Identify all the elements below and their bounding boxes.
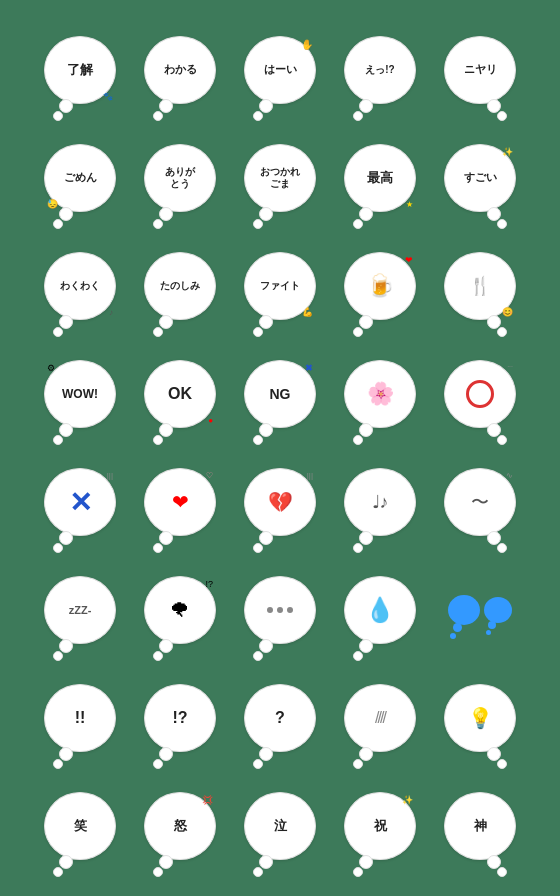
- decoration: ∿: [506, 471, 513, 480]
- emoji-cell[interactable]: ////: [330, 664, 430, 772]
- bubble-label: たのしみ: [160, 280, 200, 292]
- decoration: 💪: [302, 307, 313, 317]
- emoji-cell[interactable]: ?: [230, 664, 330, 772]
- decoration: ⚙: [47, 363, 55, 373]
- wow-label: WOW!: [62, 387, 98, 401]
- bubble-label: おつかれ ごま: [260, 166, 300, 190]
- music-icon: ♩♪: [372, 491, 389, 513]
- emoji-cell[interactable]: ありが とう: [130, 124, 230, 232]
- emoji-cell[interactable]: 〜 ∿: [430, 448, 530, 556]
- decoration: ♪: [109, 308, 113, 317]
- wave-icon: 〜: [471, 490, 489, 514]
- emoji-cell[interactable]: はーい ✋: [230, 16, 330, 124]
- slash-icon: ////: [375, 709, 385, 727]
- bubble-label: えっ!?: [365, 64, 394, 76]
- emoji-cell[interactable]: 了解 🐾: [30, 16, 130, 124]
- decoration: ★: [406, 200, 413, 209]
- emoji-cell[interactable]: 祝 ✨: [330, 772, 430, 880]
- decoration: |||: [107, 471, 113, 480]
- bubble-label: わかる: [164, 63, 197, 76]
- emoji-cell[interactable]: 🍴 😊: [430, 232, 530, 340]
- emoji-cell[interactable]: 笑: [30, 772, 130, 880]
- fork-icon: 🍴: [469, 275, 491, 297]
- ng-label: NG: [270, 386, 291, 402]
- beer-icon: 🍺: [367, 273, 394, 299]
- bubble-label: 笑: [74, 818, 87, 834]
- bubble-label: ありが とう: [165, 166, 195, 190]
- bubble-label: 神: [474, 818, 487, 834]
- emoji-cell[interactable]: わかる: [130, 16, 230, 124]
- emoji-cell[interactable]: zZZ-: [30, 556, 130, 664]
- emoji-cell[interactable]: 怒 💢: [130, 772, 230, 880]
- emoji-cell[interactable]: 💧: [330, 556, 430, 664]
- emoji-cell[interactable]: おつかれ ごま: [230, 124, 330, 232]
- emoji-cell[interactable]: ♩♪: [330, 448, 430, 556]
- decoration: 💢: [202, 795, 213, 805]
- emoji-cell[interactable]: わくわく ♪: [30, 232, 130, 340]
- bubble-label: 了解: [67, 62, 93, 78]
- three-dots: [267, 607, 293, 613]
- emoji-cell[interactable]: WOW! ⚙: [30, 340, 130, 448]
- emoji-cell[interactable]: ✕ |||: [30, 448, 130, 556]
- emoji-cell[interactable]: えっ!?: [330, 16, 430, 124]
- exclaim-question-label: !?: [172, 709, 187, 727]
- x-icon: ✕: [69, 486, 92, 519]
- bubble-label: 最高: [367, 170, 393, 186]
- decoration: ✖: [305, 363, 313, 373]
- exclaim-label: !!: [75, 709, 86, 727]
- emoji-cell[interactable]: ···: [430, 340, 530, 448]
- decoration: |||: [307, 471, 313, 480]
- bubble-label: 祝: [374, 818, 387, 834]
- emoji-cell[interactable]: 🌪 !?: [130, 556, 230, 664]
- circle-icon: [466, 380, 494, 408]
- decoration: !?: [205, 579, 213, 589]
- emoji-cell[interactable]: ニヤリ: [430, 16, 530, 124]
- emoji-cell[interactable]: [230, 556, 330, 664]
- bubble-label: 怒: [174, 818, 187, 834]
- decoration: ···: [507, 363, 513, 370]
- emoji-cell[interactable]: !?: [130, 664, 230, 772]
- emoji-cell[interactable]: 💡: [430, 664, 530, 772]
- lightbulb-icon: 💡: [468, 706, 493, 730]
- question-label: ?: [275, 709, 285, 727]
- emoji-grid: 了解 🐾 わかる はーい ✋ えっ!? ニヤリ ごめん 😓 ありが とう: [22, 8, 538, 888]
- emoji-cell[interactable]: OK ●: [130, 340, 230, 448]
- zzz-label: zZZ-: [69, 604, 92, 616]
- emoji-cell[interactable]: 🌸: [330, 340, 430, 448]
- decoration: ✨: [402, 795, 413, 805]
- emoji-cell[interactable]: [430, 556, 530, 664]
- heart-broken-icon: 💔: [268, 490, 293, 514]
- emoji-cell[interactable]: たのしみ: [130, 232, 230, 340]
- bubble-label: ニヤリ: [464, 63, 497, 76]
- blue-bubbles: [448, 595, 512, 625]
- emoji-cell[interactable]: 神: [430, 772, 530, 880]
- heart-icon: ❤: [172, 490, 189, 514]
- emoji-cell[interactable]: 💔 |||: [230, 448, 330, 556]
- tornado-icon: 🌪: [170, 599, 190, 622]
- flower-icon: 🌸: [367, 381, 394, 407]
- bubble-label: わくわく: [60, 280, 100, 292]
- emoji-cell[interactable]: ごめん 😓: [30, 124, 130, 232]
- emoji-cell[interactable]: ❤ ♡: [130, 448, 230, 556]
- emoji-cell[interactable]: ファイト 💪: [230, 232, 330, 340]
- emoji-cell[interactable]: NG ✖: [230, 340, 330, 448]
- emoji-cell[interactable]: !!: [30, 664, 130, 772]
- decoration: ❤: [405, 255, 413, 265]
- bubble-label: すごい: [464, 171, 497, 184]
- emoji-cell[interactable]: 🍺 ❤: [330, 232, 430, 340]
- decoration: 😊: [502, 307, 513, 317]
- decoration: 😓: [47, 199, 58, 209]
- bubble-label: ごめん: [64, 171, 97, 184]
- decoration: ●: [208, 416, 213, 425]
- emoji-cell[interactable]: 泣: [230, 772, 330, 880]
- decoration: ♡: [206, 471, 213, 480]
- bubble-label: ファイト: [260, 280, 300, 292]
- waterdrop-icon: 💧: [365, 596, 395, 624]
- decoration: 🐾: [103, 92, 113, 101]
- bubble-label: はーい: [264, 63, 297, 76]
- decoration: ✋: [301, 39, 313, 50]
- decoration: ✨: [502, 147, 513, 157]
- emoji-cell[interactable]: 最高 ★: [330, 124, 430, 232]
- ok-label: OK: [168, 385, 192, 403]
- emoji-cell[interactable]: すごい ✨: [430, 124, 530, 232]
